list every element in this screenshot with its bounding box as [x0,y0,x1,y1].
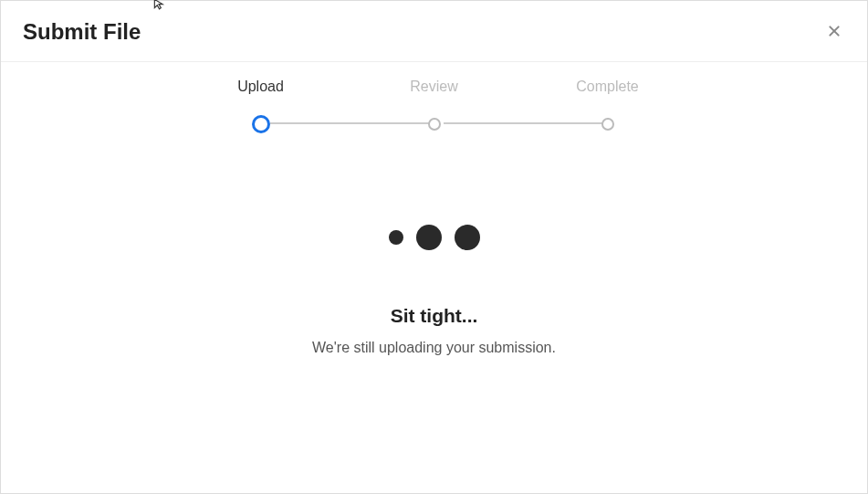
status-message: We're still uploading your submission. [312,340,556,356]
close-button[interactable] [823,20,845,45]
step-circle-icon [252,115,270,133]
loader-dot [455,225,480,250]
stepper-line [270,122,430,124]
step-upload: Upload [174,79,348,133]
loading-spinner-icon [389,225,480,250]
loader-dot [416,225,442,250]
step-circle-icon [428,118,441,131]
progress-stepper: Upload Review Complete [1,62,867,133]
step-circle-icon [601,118,614,131]
loader-dot [389,230,403,245]
cursor-icon [152,0,165,14]
step-label: Complete [576,79,638,95]
step-label: Review [410,79,457,95]
modal-header: Submit File [1,1,867,62]
step-label: Upload [237,79,284,95]
stepper-line [444,122,603,124]
loading-content: Sit tight... We're still uploading your … [1,133,867,356]
close-icon [827,24,842,41]
status-title: Sit tight... [391,305,478,327]
modal-title: Submit File [23,19,141,45]
submit-file-modal: Submit File Upload Review Comp [0,0,868,494]
